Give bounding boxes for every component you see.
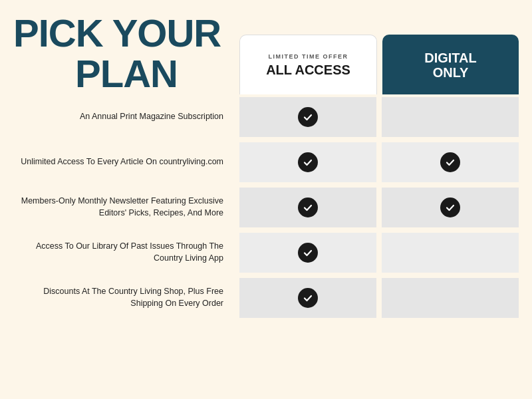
feature-row-4: Discounts At The Country Living Shop, Pl… bbox=[13, 275, 519, 321]
cell-all-access-1 bbox=[239, 142, 376, 182]
cell-digital-only-2 bbox=[382, 188, 519, 227]
check-icon bbox=[440, 198, 460, 217]
feature-label-4: Discounts At The Country Living Shop, Pl… bbox=[13, 286, 239, 309]
check-icon bbox=[440, 152, 460, 172]
cell-digital-only-0 bbox=[382, 97, 519, 137]
cell-all-access-2 bbox=[239, 188, 376, 227]
cell-digital-only-1 bbox=[382, 142, 519, 182]
feature-row-0: An Annual Print Magazine Subscription bbox=[13, 94, 519, 140]
feature-row-2: Members-Only Monthly Newsletter Featurin… bbox=[13, 185, 519, 230]
cell-all-access-3 bbox=[239, 233, 376, 273]
feature-row-1: Unlimited Access To Every Article On cou… bbox=[13, 140, 519, 185]
limited-time-badge: LIMITED TIME OFFER bbox=[269, 53, 348, 60]
header-row: PICK YOUR PLAN LIMITED TIME OFFER ALL AC… bbox=[13, 13, 519, 94]
cell-all-access-0 bbox=[239, 97, 376, 137]
title-spacer: PICK YOUR PLAN bbox=[13, 13, 239, 94]
features-grid: An Annual Print Magazine Subscription Un… bbox=[13, 94, 519, 321]
plan-name-all-access: ALL ACCESS bbox=[266, 63, 350, 77]
check-icon bbox=[298, 152, 318, 172]
cell-all-access-4 bbox=[239, 278, 376, 318]
check-icon bbox=[298, 198, 318, 217]
plan-header-digital-only[interactable]: DIGITALONLY bbox=[382, 35, 519, 94]
check-icon bbox=[298, 288, 318, 308]
cell-digital-only-3 bbox=[382, 233, 519, 273]
feature-label-3: Access To Our Library Of Past Issues Thr… bbox=[13, 241, 239, 264]
cell-digital-only-4 bbox=[382, 278, 519, 318]
feature-row-3: Access To Our Library Of Past Issues Thr… bbox=[13, 230, 519, 275]
check-icon bbox=[298, 243, 318, 263]
feature-label-2: Members-Only Monthly Newsletter Featurin… bbox=[13, 196, 239, 219]
page: PICK YOUR PLAN LIMITED TIME OFFER ALL AC… bbox=[0, 0, 532, 399]
plan-name-digital-only: DIGITALONLY bbox=[424, 51, 477, 80]
feature-label-0: An Annual Print Magazine Subscription bbox=[13, 111, 239, 123]
plan-header-all-access[interactable]: LIMITED TIME OFFER ALL ACCESS bbox=[239, 35, 377, 94]
check-icon bbox=[298, 107, 318, 127]
feature-label-1: Unlimited Access To Every Article On cou… bbox=[13, 156, 239, 168]
page-title: PICK YOUR PLAN bbox=[13, 13, 239, 94]
